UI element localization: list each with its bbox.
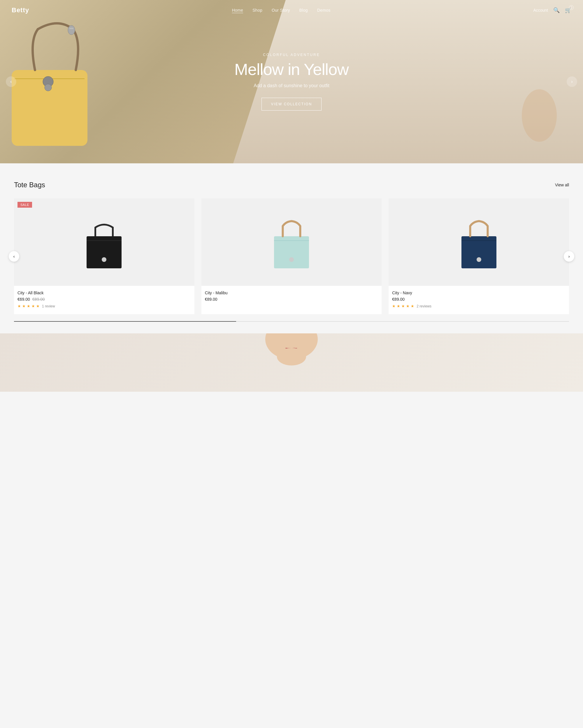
review-count: 1 review <box>42 304 55 308</box>
carousel-prev-button[interactable]: ‹ <box>9 251 19 262</box>
product-image-navy <box>389 198 569 286</box>
product-card-navy[interactable]: City - Navy €89.00 ★ ★ ★ ★ ★ 2 reviews <box>389 198 569 314</box>
product-name: City - All Black <box>18 290 191 295</box>
product-info-allblack: City - All Black €69.00 €89.00 ★ ★ ★ ★ ★… <box>14 286 194 314</box>
product-info-malibu: City - Malibu €89.00 <box>201 286 382 310</box>
svg-point-3 <box>45 84 52 91</box>
product-image-malibu <box>201 198 382 286</box>
hero-content: COLORFUL ADVENTURE Mellow in Yellow Add … <box>234 53 349 110</box>
star-4: ★ <box>406 304 410 308</box>
price-current: €69.00 <box>18 297 30 302</box>
hero-title: Mellow in Yellow <box>234 60 349 78</box>
bag-svg-navy <box>455 213 502 271</box>
chevron-right-icon: › <box>568 254 570 259</box>
star-5: ★ <box>411 304 414 308</box>
bag-svg-allblack <box>81 213 128 271</box>
section-header: Tote Bags View all <box>14 181 569 189</box>
product-image-allblack: SALE <box>14 198 194 286</box>
product-info-navy: City - Navy €89.00 ★ ★ ★ ★ ★ 2 reviews <box>389 286 569 314</box>
tote-bags-section: Tote Bags View all ‹ SALE City <box>0 163 583 333</box>
cart-button[interactable]: 🛒 0 <box>565 7 571 14</box>
chevron-left-icon: ‹ <box>10 79 12 84</box>
star-3: ★ <box>27 304 30 308</box>
view-collection-button[interactable]: VIEW COLLECTION <box>261 98 322 110</box>
product-name: City - Navy <box>392 290 565 295</box>
product-name: City - Malibu <box>205 290 378 295</box>
product-card-malibu[interactable]: City - Malibu €89.00 <box>201 198 382 314</box>
product-rating: ★ ★ ★ ★ ★ 1 review <box>18 304 191 308</box>
hero-section: COLORFUL ADVENTURE Mellow in Yellow Add … <box>0 0 583 163</box>
account-link[interactable]: Account <box>533 8 548 12</box>
hero-next-button[interactable]: › <box>567 76 577 87</box>
svg-point-9 <box>102 257 106 262</box>
nav-our-story[interactable]: Our Story <box>272 8 290 12</box>
product-price: €69.00 €89.00 <box>18 297 191 302</box>
nav-links: Home Shop Our Story Blog Demos <box>232 7 331 13</box>
product-rating: ★ ★ ★ ★ ★ 2 reviews <box>392 304 565 308</box>
svg-point-21 <box>277 348 306 365</box>
site-logo[interactable]: Betty <box>12 6 29 14</box>
section-title: Tote Bags <box>14 181 45 189</box>
chevron-right-icon: › <box>571 79 573 84</box>
products-grid: SALE City - All Black €69.00 €89.00 <box>14 198 569 314</box>
hero-bag-illustration <box>0 12 111 163</box>
hero-description: Add a dash of sunshine to your outfit <box>234 83 349 88</box>
chevron-left-icon: ‹ <box>13 254 15 259</box>
nav-shop[interactable]: Shop <box>252 8 262 12</box>
price-current: €89.00 <box>205 297 218 302</box>
product-price: €89.00 <box>205 297 378 302</box>
bag-svg-malibu <box>268 213 315 271</box>
scroll-track <box>14 321 569 322</box>
product-price: €89.00 <box>392 297 565 302</box>
navigation: Betty Home Shop Our Story Blog Demos Acc… <box>0 0 583 20</box>
star-1: ★ <box>392 304 395 308</box>
price-current: €89.00 <box>392 297 405 302</box>
scroll-fill <box>14 321 236 322</box>
view-all-link[interactable]: View all <box>555 183 569 187</box>
nav-demos[interactable]: Demos <box>317 8 331 12</box>
star-2: ★ <box>397 304 400 308</box>
carousel-next-button[interactable]: › <box>564 251 574 262</box>
svg-point-4 <box>68 25 75 35</box>
svg-point-15 <box>477 257 481 262</box>
star-2: ★ <box>22 304 26 308</box>
hero-subtitle: COLORFUL ADVENTURE <box>234 53 349 57</box>
product-card-allblack[interactable]: SALE City - All Black €69.00 €89.00 <box>14 198 194 314</box>
review-count: 2 reviews <box>417 304 432 308</box>
products-carousel: ‹ SALE City - All Black €69.00 <box>14 198 569 314</box>
nav-home[interactable]: Home <box>232 8 243 12</box>
svg-rect-13 <box>462 236 496 268</box>
star-3: ★ <box>401 304 405 308</box>
star-5: ★ <box>36 304 40 308</box>
price-original: €89.00 <box>32 297 45 302</box>
svg-rect-7 <box>87 236 121 268</box>
nav-actions: Account 🔍 🛒 0 <box>533 7 571 14</box>
hero-prev-button[interactable]: ‹ <box>6 76 16 87</box>
nav-blog[interactable]: Blog <box>299 8 308 12</box>
sale-badge: SALE <box>18 202 32 208</box>
star-4: ★ <box>31 304 35 308</box>
star-1: ★ <box>18 304 21 308</box>
scroll-indicator <box>14 321 569 322</box>
cart-badge: 0 <box>569 5 574 10</box>
bottom-preview-section <box>0 333 583 392</box>
svg-point-6 <box>522 89 557 142</box>
svg-rect-5 <box>70 28 74 29</box>
search-icon[interactable]: 🔍 <box>553 7 560 14</box>
svg-rect-10 <box>274 236 309 268</box>
hero-hand-decoration <box>510 57 568 146</box>
svg-point-12 <box>289 257 294 262</box>
person-preview-svg <box>233 333 350 392</box>
